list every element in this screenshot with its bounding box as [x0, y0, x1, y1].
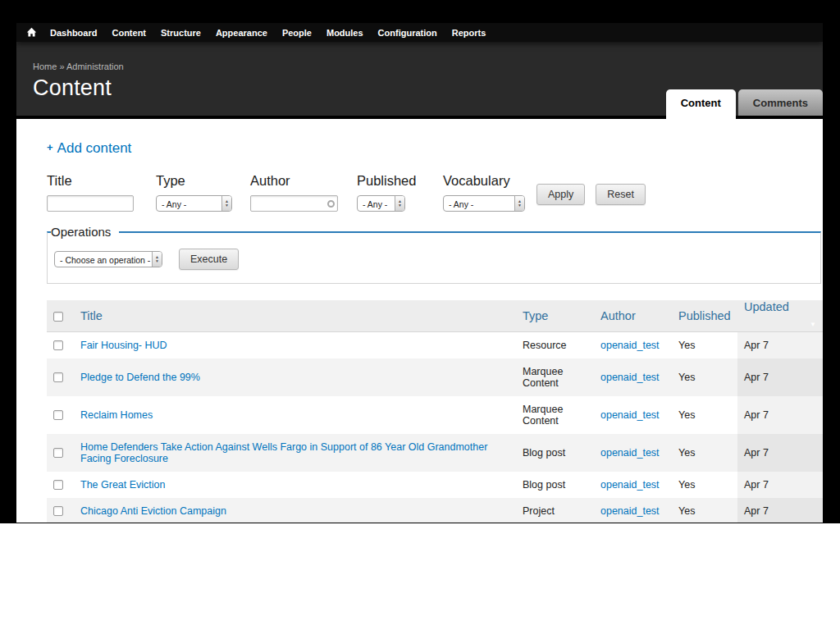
- select-stepper-icon: ▲▼: [152, 252, 162, 267]
- title-filter-input[interactable]: [47, 195, 134, 212]
- toolbar-item-dashboard[interactable]: Dashboard: [43, 28, 104, 38]
- updated-cell: Apr 7: [737, 396, 823, 434]
- page-header: Home » Administration Content ContentCom…: [16, 42, 823, 119]
- author-link[interactable]: openaid_test: [600, 479, 660, 491]
- published-cell: Yes: [672, 472, 737, 498]
- author-cell: openaid_test: [594, 434, 672, 472]
- vocabulary-select[interactable]: - Any - ▲▼: [443, 195, 525, 212]
- row-checkbox-cell: [47, 396, 74, 434]
- add-icon: +: [47, 141, 53, 153]
- published-cell: Yes: [672, 358, 737, 396]
- execute-button[interactable]: Execute: [179, 249, 239, 270]
- title-cell: Home Defenders Take Action Against Wells…: [74, 434, 516, 472]
- tab-comments[interactable]: Comments: [738, 89, 823, 116]
- row-checkbox-cell: [47, 472, 74, 498]
- published-select[interactable]: - Any - ▲▼: [357, 195, 405, 212]
- author-link[interactable]: openaid_test: [600, 409, 660, 421]
- type-cell: Resource: [516, 331, 594, 358]
- row-checkbox-cell: [47, 434, 74, 472]
- type-cell: Blog post: [516, 472, 594, 498]
- row-checkbox[interactable]: [53, 506, 63, 516]
- select-all-cell: [47, 300, 74, 331]
- content-title-link[interactable]: Home Defenders Take Action Against Wells…: [80, 441, 487, 464]
- content-table: Title Type Author Published Updated▼ Fai…: [47, 300, 823, 523]
- add-content-link[interactable]: +Add content: [47, 140, 131, 157]
- column-header-updated-label: Updated: [744, 300, 789, 313]
- autocomplete-indicator-icon: [327, 200, 335, 208]
- column-header-published[interactable]: Published: [672, 300, 737, 331]
- breadcrumb[interactable]: Home » Administration: [33, 42, 823, 71]
- title-cell: Pledge to Defend the 99%: [74, 358, 516, 396]
- home-icon[interactable]: [23, 27, 39, 38]
- table-header-row: Title Type Author Published Updated▼: [47, 300, 823, 331]
- published-cell: Yes: [672, 498, 737, 523]
- author-input-wrap: [250, 195, 338, 212]
- content-title-link[interactable]: The Great Eviction: [80, 479, 166, 491]
- toolbar-item-configuration[interactable]: Configuration: [371, 28, 445, 38]
- filter-published-label: Published: [357, 173, 443, 189]
- table-row: Fair Housing- HUDResourceopenaid_testYes…: [47, 331, 823, 358]
- vocabulary-select-value: - Any -: [444, 196, 514, 211]
- author-link[interactable]: openaid_test: [600, 372, 660, 383]
- column-header-type[interactable]: Type: [516, 300, 594, 331]
- author-filter-input[interactable]: [250, 195, 338, 212]
- content-title-link[interactable]: Fair Housing- HUD: [80, 340, 167, 351]
- toolbar-item-appearance[interactable]: Appearance: [208, 28, 275, 38]
- content-title-link[interactable]: Pledge to Defend the 99%: [80, 372, 200, 383]
- updated-cell: Apr 7: [737, 358, 823, 396]
- operations-fieldset: Operations - Choose an operation - ▲▼ Ex…: [47, 225, 821, 284]
- drupal-admin-window: DashboardContentStructureAppearancePeopl…: [16, 23, 823, 523]
- table-row: The Great EvictionBlog postopenaid_testY…: [47, 472, 823, 498]
- table-row: Reclaim HomesMarquee Contentopenaid_test…: [47, 396, 823, 434]
- updated-cell: Apr 7: [737, 498, 823, 523]
- select-all-checkbox[interactable]: [53, 312, 63, 322]
- content-title-link[interactable]: Chicago Anti Eviction Campaign: [80, 505, 226, 517]
- title-cell: Reclaim Homes: [74, 396, 516, 434]
- exposed-filters: Title Type - Any - ▲▼ Author Published: [47, 173, 823, 212]
- toolbar-item-people[interactable]: People: [275, 28, 319, 38]
- title-cell: Chicago Anti Eviction Campaign: [74, 498, 516, 523]
- primary-tabs: ContentComments: [666, 89, 823, 116]
- select-stepper-icon: ▲▼: [221, 196, 231, 211]
- row-checkbox[interactable]: [53, 410, 63, 420]
- column-header-updated[interactable]: Updated▼: [737, 300, 823, 331]
- filter-type-label: Type: [156, 173, 250, 189]
- toolbar-item-structure[interactable]: Structure: [153, 28, 208, 38]
- column-header-author[interactable]: Author: [594, 300, 672, 331]
- row-checkbox[interactable]: [53, 480, 63, 490]
- operation-select[interactable]: - Choose an operation - ▲▼: [54, 251, 162, 267]
- title-cell: The Great Eviction: [74, 472, 516, 498]
- type-select[interactable]: - Any - ▲▼: [156, 195, 232, 212]
- row-checkbox[interactable]: [53, 340, 63, 350]
- author-link[interactable]: openaid_test: [600, 505, 660, 517]
- reset-button[interactable]: Reset: [596, 184, 646, 205]
- type-cell: Marquee Content: [516, 358, 594, 396]
- row-checkbox-cell: [47, 358, 74, 396]
- content-title-link[interactable]: Reclaim Homes: [80, 409, 153, 421]
- row-checkbox[interactable]: [53, 372, 63, 382]
- toolbar-item-content[interactable]: Content: [104, 28, 153, 38]
- author-cell: openaid_test: [594, 498, 672, 523]
- select-stepper-icon: ▲▼: [514, 196, 524, 211]
- author-cell: openaid_test: [594, 358, 672, 396]
- author-link[interactable]: openaid_test: [600, 447, 660, 459]
- column-header-title[interactable]: Title: [74, 300, 516, 331]
- toolbar-item-modules[interactable]: Modules: [319, 28, 371, 38]
- filter-author: Author: [250, 173, 357, 212]
- toolbar-item-reports[interactable]: Reports: [445, 28, 494, 38]
- row-checkbox[interactable]: [53, 448, 63, 458]
- author-link[interactable]: openaid_test: [600, 340, 660, 351]
- home-icon-glyph: [26, 27, 37, 38]
- tab-content[interactable]: Content: [666, 89, 736, 119]
- filter-vocabulary: Vocabulary - Any - ▲▼: [443, 173, 536, 212]
- updated-cell: Apr 7: [737, 472, 823, 498]
- apply-button[interactable]: Apply: [536, 184, 585, 205]
- sort-desc-icon: ▼: [810, 321, 816, 328]
- title-cell: Fair Housing- HUD: [74, 331, 516, 358]
- select-stepper-icon: ▲▼: [395, 196, 404, 211]
- row-checkbox-cell: [47, 331, 74, 358]
- type-cell: Marquee Content: [516, 396, 594, 434]
- filter-vocabulary-label: Vocabulary: [443, 173, 536, 189]
- updated-cell: Apr 7: [737, 331, 823, 358]
- filter-published: Published - Any - ▲▼: [357, 173, 443, 212]
